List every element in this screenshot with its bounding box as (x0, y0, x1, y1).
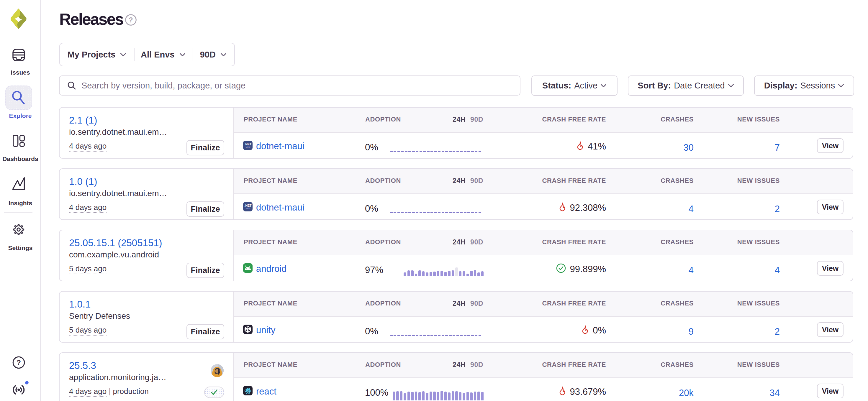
svg-text:MAUI: MAUI (245, 207, 250, 209)
svg-text:?: ? (129, 16, 133, 24)
svg-text:.NET: .NET (245, 142, 252, 146)
svg-text:MAUI: MAUI (245, 146, 250, 148)
svg-text:.NET: .NET (245, 204, 252, 207)
